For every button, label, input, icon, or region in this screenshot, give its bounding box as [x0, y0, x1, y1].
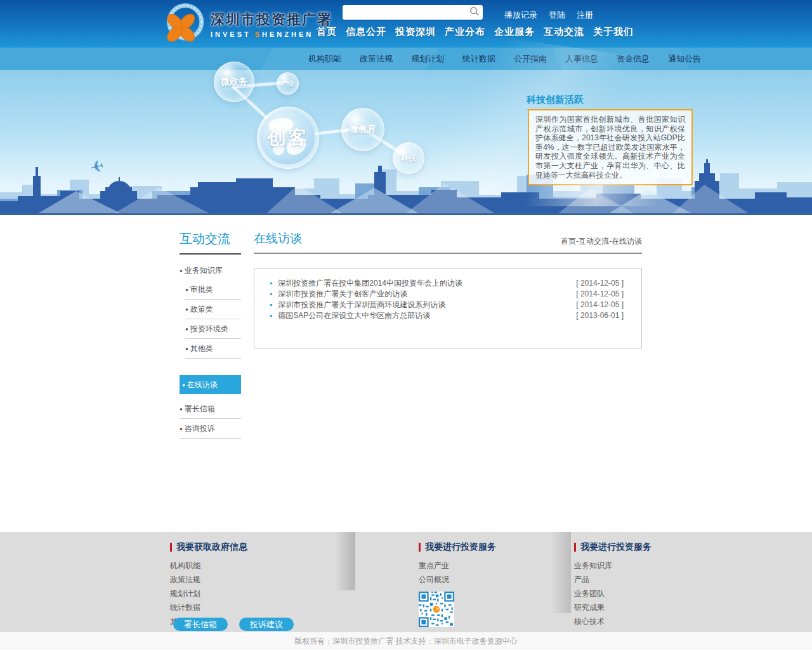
interview-row: 德国SAP公司在深设立大中华区南方总部访谈 [ 2013-06-01 ] — [270, 310, 624, 321]
search-input[interactable] — [346, 5, 466, 21]
interview-link[interactable]: 深圳市投资推广署关于深圳营商环境建设系列访谈 — [270, 300, 445, 310]
footer-link-products[interactable]: 产品 — [574, 574, 652, 585]
sidebar-item-others[interactable]: 其他类 — [185, 339, 241, 359]
footer-heading: 我要进行投资服务 — [419, 541, 496, 553]
red-bar-icon — [419, 543, 421, 552]
bubble-micro-education: 微教育 — [341, 108, 384, 151]
footer-buttons: 署长信箱 投诉建议 — [173, 618, 294, 631]
footer-column-invest-services-1: 我要进行投资服务 重点产业 公司概况 — [419, 541, 496, 627]
bubble-maker: 创客 — [257, 107, 319, 169]
bubble-micro-gov: 微政务 — [214, 62, 254, 102]
logo-flower-icon — [162, 2, 207, 46]
interview-row: 深圳市投资推广署关于创客产业的访谈 [ 2014-12-05 ] — [270, 289, 624, 300]
footer-link-org-duties[interactable]: 机构职能 — [170, 560, 247, 571]
search-icon — [469, 6, 480, 17]
top-link-register[interactable]: 注册 — [577, 10, 593, 21]
interview-date: [ 2014-12-05 ] — [576, 289, 624, 300]
sidebar-item-investment-env[interactable]: 投资环境类 — [185, 319, 241, 339]
footer-heading: 我要获取政府信息 — [170, 541, 247, 553]
sidebar-item-online-interview[interactable]: 在线访谈 — [180, 375, 241, 394]
footer-column-invest-services-2: 我要进行投资服务 业务知识库 产品 业务团队 研究成果 核心技术 — [574, 541, 652, 630]
footer-column-gov-info: 我要获取政府信息 机构职能 政策法规 规划计划 统计数据 其他 — [170, 541, 247, 630]
content-area: 在线访谈 首页-互动交流-在线访谈 深圳投资推广署在投中集团2014中国投资年会… — [254, 230, 642, 348]
site-logo[interactable]: 深圳市投资推广署 INVESTSHENZHEN — [162, 2, 332, 46]
nav-enterprise-services[interactable]: 企业服务 — [494, 26, 535, 38]
site-subtitle: INVESTSHENZHEN — [211, 30, 332, 38]
footer-link-statistics[interactable]: 统计数据 — [170, 602, 247, 613]
footer-link-knowledge-base[interactable]: 业务知识库 — [574, 560, 652, 571]
footer-links: 业务知识库 产品 业务团队 研究成果 核心技术 — [574, 560, 652, 627]
sidebar-item-director-mailbox[interactable]: 署长信箱 — [180, 399, 241, 419]
breadcrumb[interactable]: 首页-互动交流-在线访谈 — [561, 236, 642, 247]
footer-link-company-profile[interactable]: 公司概况 — [419, 574, 496, 585]
footer: 我要获取政府信息 机构职能 政策法规 规划计划 统计数据 其他 我要进行投资服务… — [0, 532, 812, 632]
content-header: 在线访谈 首页-互动交流-在线访谈 — [254, 230, 642, 254]
nav-about-us[interactable]: 关于我们 — [593, 26, 634, 38]
footer-link-research-results[interactable]: 研究成果 — [574, 602, 652, 613]
sidebar-menu: 业务知识库 审批类 政策类 投资环境类 其他类 在线访谈 署长信箱 咨询投诉 — [180, 261, 241, 439]
nav-home[interactable]: 首页 — [317, 26, 337, 38]
sidebar-item-knowledge-base[interactable]: 业务知识库 — [180, 261, 241, 280]
footer-link-core-tech[interactable]: 核心技术 — [574, 616, 652, 627]
interview-list: 深圳投资推广署在投中集团2014中国投资年会上的访谈 [ 2014-12-05 … — [254, 268, 642, 348]
footer-heading: 我要进行投资服务 — [574, 541, 652, 553]
search-button[interactable] — [468, 6, 481, 19]
site-title: 深圳市投资推广署 — [211, 10, 332, 29]
interview-link[interactable]: 深圳投资推广署在投中集团2014中国投资年会上的访谈 — [270, 278, 462, 289]
hero-panel-title: 科技创新活跃 — [527, 94, 691, 110]
interview-row: 深圳市投资推广署关于深圳营商环境建设系列访谈 [ 2014-12-05 ] — [270, 300, 624, 310]
footer-link-business-team[interactable]: 业务团队 — [574, 588, 652, 599]
page-title: 在线访谈 — [254, 230, 302, 247]
bubble-industry: 产业 — [277, 72, 299, 95]
footer-fold-shadow — [335, 532, 355, 590]
subnav-org-duties[interactable]: 机构职能 — [308, 53, 341, 65]
footer-link-key-industries[interactable]: 重点产业 — [419, 560, 496, 571]
search-bar — [343, 5, 483, 20]
sidebar-title: 互动交流 — [180, 230, 241, 255]
sidebar-item-approval[interactable]: 审批类 — [185, 280, 241, 300]
sidebar: 互动交流 业务知识库 审批类 政策类 投资环境类 其他类 在线访谈 署长信箱 咨… — [180, 230, 241, 439]
director-mailbox-button[interactable]: 署长信箱 — [173, 618, 228, 631]
reflection-decoration — [508, 181, 710, 206]
red-bar-icon — [574, 543, 576, 552]
hero-panel-text: 深圳作为国家首批创新城市、首批国家知识产权示范城市，创新环境优良，知识产权保护体… — [528, 109, 693, 185]
top-link-play-history[interactable]: 播放记录 — [504, 10, 537, 21]
interview-link[interactable]: 深圳市投资推广署关于创客产业的访谈 — [270, 289, 407, 300]
footer-link-planning[interactable]: 规划计划 — [170, 588, 247, 599]
qr-code — [419, 592, 454, 627]
copyright: 版权所有：深圳市投资推广署 技术支持：深圳市电子政务资源中心 — [0, 632, 812, 650]
sidebar-item-policy[interactable]: 政策类 — [185, 300, 241, 319]
interview-row: 深圳投资推广署在投中集团2014中国投资年会上的访谈 [ 2014-12-05 … — [270, 278, 624, 289]
interview-date: [ 2013-06-01 ] — [576, 310, 624, 321]
footer-fold-shadow — [551, 532, 571, 613]
complaint-suggestion-button[interactable]: 投诉建议 — [239, 618, 294, 631]
sidebar-item-consult-complaint[interactable]: 咨询投诉 — [180, 419, 241, 439]
bubble-technology: 科技 — [393, 142, 424, 174]
interview-date: [ 2014-12-05 ] — [576, 278, 624, 289]
top-links: 播放记录 登陆 注册 — [504, 10, 593, 21]
interview-link[interactable]: 德国SAP公司在深设立大中华区南方总部访谈 — [270, 310, 430, 321]
nav-interaction[interactable]: 互动交流 — [544, 26, 584, 38]
logo-text: 深圳市投资推广署 INVESTSHENZHEN — [211, 10, 332, 38]
top-link-login[interactable]: 登陆 — [549, 10, 565, 21]
footer-link-policies[interactable]: 政策法规 — [170, 574, 247, 585]
red-bar-icon — [170, 543, 172, 552]
page: 深圳市投资推广署 INVESTSHENZHEN 播放记录 登陆 注册 首页 信息… — [0, 0, 812, 650]
interview-date: [ 2014-12-05 ] — [576, 300, 624, 310]
footer-links: 重点产业 公司概况 — [419, 560, 496, 585]
hero-banner: ✈ 微政务 产业 创客 微教育 科技 科技创新活跃 深圳作为国家 — [0, 70, 812, 215]
